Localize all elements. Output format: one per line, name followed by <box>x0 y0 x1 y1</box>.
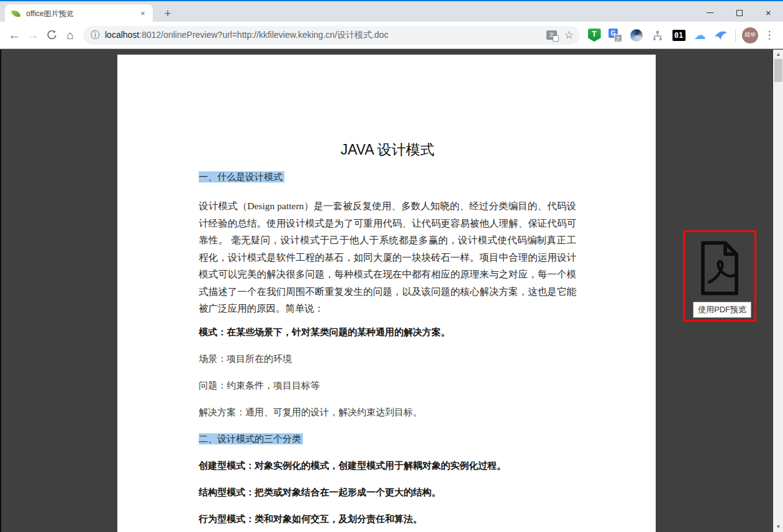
doc-heading-2: 二、设计模式的三个分类 <box>199 433 576 445</box>
scrollbar-thumb[interactable] <box>774 59 782 82</box>
doc-line-creational: 创建型模式：对象实例化的模式，创建型模式用于解耦对象的实例化过程。 <box>199 459 576 472</box>
doc-line-solution: 解决方案：通用、可复用的设计，解决约束达到目标。 <box>199 406 576 418</box>
binary-01-extension-icon[interactable]: 01 <box>671 27 687 43</box>
pdf-preview-label: 使用PDF预览 <box>693 302 751 318</box>
reload-icon <box>47 30 57 40</box>
bird-extension-icon[interactable] <box>713 27 729 43</box>
doc-line-scene: 场景：项目所在的环境 <box>199 353 576 365</box>
tab-title: office图片预览 <box>26 9 138 19</box>
scrollbar[interactable]: ▲ ▼ <box>772 50 783 532</box>
minimize-icon <box>707 12 713 13</box>
scroll-up-icon[interactable]: ▲ <box>773 50 783 60</box>
toolbar-separator <box>735 29 736 42</box>
doc-line-structural: 结构型模式：把类或对象结合在一起形成一个更大的结构。 <box>199 486 576 498</box>
browser-toolbar: ← → ⌂ ⓘ localhost:8012/onlinePreview?url… <box>0 22 783 49</box>
doc-line-problem: 问题：约束条件，项目目标等 <box>199 379 576 392</box>
page-info-icon[interactable]: ⓘ <box>91 30 99 41</box>
new-tab-button[interactable]: + <box>159 6 176 21</box>
browser-tab[interactable]: office图片预览 × <box>5 4 153 23</box>
document-title: JAVA 设计模式 <box>199 140 576 159</box>
profile-avatar[interactable]: 精华 <box>742 27 758 43</box>
minimize-button[interactable] <box>695 2 725 23</box>
doc-heading-1: 一、什么是设计模式 <box>199 171 576 183</box>
window-controls: × <box>695 2 783 23</box>
home-button[interactable]: ⌂ <box>61 26 79 45</box>
google-translate-extension-icon[interactable]: G 文 <box>607 27 623 43</box>
forward-button[interactable]: → <box>24 26 42 45</box>
close-button[interactable]: × <box>754 2 783 23</box>
doc-paragraph: 设计模式（Design pattern）是一套被反复使用、多数人知晓的、经过分类… <box>199 197 576 317</box>
url-host: localhost <box>105 30 139 40</box>
bookmark-star-icon[interactable]: ☆ <box>564 29 574 42</box>
back-button[interactable]: ← <box>5 26 24 45</box>
url-path: :8012/onlinePreview?url=http://kkfilevie… <box>139 30 388 40</box>
reload-button[interactable] <box>42 26 61 45</box>
extensions-row: T G 文 01 ☁ 精华 ⋮ <box>586 27 776 43</box>
url-text[interactable]: localhost:8012/onlinePreview?url=http://… <box>105 30 541 41</box>
translate-page-icon[interactable]: 文 <box>546 30 557 40</box>
browser-menu-icon[interactable]: ⋮ <box>763 29 776 42</box>
spring-leaf-favicon <box>11 9 21 19</box>
maximize-button[interactable] <box>725 2 754 23</box>
close-icon: × <box>766 8 771 17</box>
doc-line-pattern: 模式：在某些场景下，针对某类问题的某种通用的解决方案。 <box>199 326 576 338</box>
tab-close-icon[interactable]: × <box>138 9 148 19</box>
doc-line-behavioral: 行为型模式：类和对象如何交互，及划分责任和算法。 <box>199 513 576 525</box>
titlebar: office图片预览 × + × <box>0 0 783 22</box>
preview-content: JAVA 设计模式 一、什么是设计模式 设计模式（Design pattern）… <box>0 50 772 532</box>
swirl-extension-icon[interactable] <box>628 27 645 43</box>
org-chart-extension-icon[interactable] <box>649 27 666 43</box>
cloud-extension-icon[interactable]: ☁ <box>692 27 708 43</box>
maximize-icon <box>736 10 743 16</box>
window-left-edge <box>0 50 1 532</box>
pdf-preview-button[interactable]: 使用PDF预览 <box>683 230 756 322</box>
scroll-down-icon[interactable]: ▼ <box>773 522 783 532</box>
tampermonkey-extension-icon[interactable]: T <box>586 27 602 43</box>
pdf-file-icon <box>696 241 743 295</box>
address-bar[interactable]: ⓘ localhost:8012/onlinePreview?url=http:… <box>83 26 580 45</box>
browser-window: office图片预览 × + × ← → ⌂ ⓘ localhost:8012/… <box>0 0 783 532</box>
document-page: JAVA 设计模式 一、什么是设计模式 设计模式（Design pattern）… <box>117 55 656 532</box>
